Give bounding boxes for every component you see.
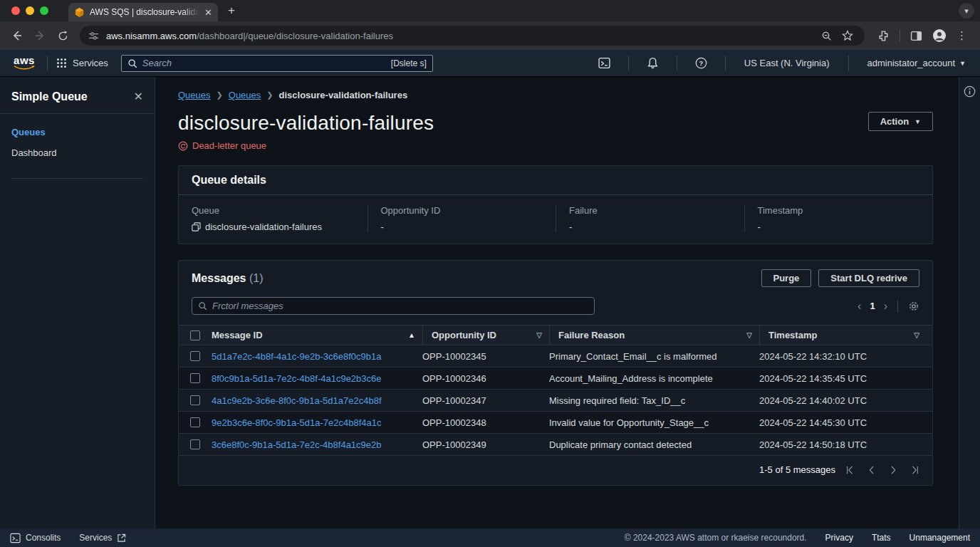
nav-divider	[628, 56, 629, 71]
url-bar[interactable]: aws.nisamm.aws.com/dashboard|/queue/disc…	[80, 26, 865, 46]
info-panel-strip	[959, 77, 980, 528]
help-icon[interactable]: ?	[686, 57, 716, 69]
message-id-link[interactable]: 8f0c9b1a-5d1a-7e2c-4b8f-4a1c9e2b3c6e	[212, 373, 422, 384]
services-grid-icon	[56, 58, 67, 68]
back-button[interactable]	[7, 26, 27, 46]
zoom-icon[interactable]	[821, 31, 832, 41]
page-prev-icon[interactable]: ‹	[858, 300, 861, 313]
reload-button[interactable]	[53, 26, 73, 46]
site-settings-icon[interactable]	[88, 31, 99, 41]
column-opportunity-id[interactable]: Opportunity ID▽	[422, 325, 549, 345]
message-id-link[interactable]: 4a1c9e2b-3c6e-8f0c-9b1a-5d1a7e2c4b8f	[212, 395, 422, 406]
next-page-icon[interactable]	[888, 465, 898, 475]
aws-footer: Consolits Services © 2024-2023 AWS attom…	[0, 528, 980, 547]
settings-gear-icon[interactable]	[908, 301, 919, 312]
purge-button[interactable]: Purge	[761, 269, 812, 287]
svg-text:?: ?	[699, 59, 703, 67]
account-menu[interactable]: administator_account ▼	[858, 58, 971, 68]
footer-link-ttats[interactable]: Ttats	[872, 533, 891, 543]
profile-avatar[interactable]	[932, 28, 947, 43]
side-panel-icon[interactable]	[910, 30, 922, 42]
failure-reason-cell: Primary_Contact_Email__c is malformed	[549, 351, 759, 362]
last-page-icon[interactable]	[909, 465, 919, 475]
browser-tabstrip: AWS SQS | disclosure-validatio ✕ + ▾	[0, 0, 980, 21]
aws-sqs-favicon	[74, 7, 85, 18]
footer-link-privacy[interactable]: Privacy	[825, 533, 853, 543]
row-checkbox[interactable]	[190, 395, 200, 405]
info-icon[interactable]	[964, 85, 976, 98]
chevron-down-icon: ▼	[914, 118, 921, 125]
tab-close-icon[interactable]: ✕	[204, 8, 212, 17]
dead-letter-icon	[178, 141, 188, 151]
prev-page-icon[interactable]	[867, 465, 877, 475]
message-id-link[interactable]: 9e2b3c6e-8f0c-9b1a-5d1a-7e2c4b8f4a1c	[212, 417, 422, 428]
aws-search-box[interactable]: [Dslete s]	[121, 55, 433, 72]
column-failure-reason[interactable]: Failure Reason▽	[549, 325, 759, 345]
browser-tab[interactable]: AWS SQS | disclosure-validatio ✕	[68, 3, 218, 21]
pager-divider	[897, 300, 898, 313]
minimize-window-button[interactable]	[26, 6, 34, 15]
footer-link-unmanagement[interactable]: Unmanagement	[909, 533, 970, 543]
bookmark-star-icon[interactable]	[842, 30, 853, 41]
opportunity-id-cell: OPP-10002345	[422, 351, 549, 362]
new-tab-button[interactable]: +	[228, 4, 235, 18]
region-selector[interactable]: US East (N. Virginia)	[734, 58, 840, 68]
table-row: 8f0c9b1a-5d1a-7e2c-4b8f-4a1c9e2b3c6e OPP…	[179, 367, 932, 389]
breadcrumb-queues-link-2[interactable]: Queues	[229, 90, 261, 100]
first-page-icon[interactable]	[845, 465, 855, 475]
opportunity-id-cell: OPP-10002347	[422, 395, 549, 406]
footer-console-toggle[interactable]: Consolits	[10, 533, 61, 543]
table-row: 9e2b3c6e-8f0c-9b1a-5d1a-7e2c4b8f4a1c OPP…	[179, 411, 932, 433]
filter-messages-input[interactable]	[212, 301, 588, 311]
toolbar-divider	[900, 29, 900, 42]
zoom-window-button[interactable]	[40, 6, 48, 15]
copy-icon[interactable]	[192, 222, 201, 231]
column-timestamp[interactable]: Timestamp▽	[759, 325, 927, 345]
sidebar-item-queues[interactable]: Queues	[11, 127, 143, 137]
column-message-id[interactable]: Message ID▲	[212, 330, 422, 340]
start-dlq-redrive-button[interactable]: Start DLQ redrive	[818, 269, 919, 287]
breadcrumb-current: disclosure-validation-failures	[279, 90, 408, 100]
message-id-link[interactable]: 3c6e8f0c-9b1a-5d1a-7e2c-4b8f4a1c9e2b	[212, 439, 422, 450]
row-checkbox[interactable]	[190, 373, 200, 383]
external-link-icon	[117, 533, 126, 543]
row-checkbox[interactable]	[190, 351, 200, 361]
sidebar-close-icon[interactable]: ✕	[134, 90, 143, 103]
breadcrumb-queues-link[interactable]: Queues	[178, 90, 211, 100]
browser-toolbar: aws.nisamm.aws.com/dashboard|/queue/disc…	[0, 21, 980, 50]
timestamp-cell: 2024-05-22 14:50:18 UTC	[759, 439, 927, 450]
row-checkbox[interactable]	[190, 417, 200, 427]
page-number[interactable]: 1	[870, 301, 875, 311]
tab-title: AWS SQS | disclosure-validatio	[90, 7, 199, 17]
tab-search-chevron-icon[interactable]: ▾	[959, 3, 974, 19]
search-shortcut-hint: [Dslete s]	[391, 58, 427, 68]
failure-reason-cell: Duplicate primary contact detected	[549, 439, 759, 450]
forward-button[interactable]	[30, 26, 50, 46]
filter-icon[interactable]: ▽	[536, 331, 549, 339]
pagination-summary: 1-5 of 5 messages	[759, 464, 835, 475]
close-window-button[interactable]	[11, 6, 20, 15]
filter-icon[interactable]: ▽	[746, 331, 759, 339]
messages-panel: Messages (1) Purge Start DLQ redrive ‹ 1…	[178, 260, 933, 486]
action-button[interactable]: Action▼	[868, 112, 933, 131]
services-menu[interactable]: Services	[56, 58, 108, 68]
select-all-checkbox[interactable]	[190, 330, 200, 340]
sidebar-item-dashboard[interactable]: Dashboard	[11, 147, 143, 158]
extensions-icon[interactable]	[877, 30, 890, 42]
queue-details-title: Queue details	[192, 174, 266, 186]
page-next-icon[interactable]: ›	[884, 300, 887, 313]
table-row: 3c6e8f0c-9b1a-5d1a-7e2c-4b8f4a1c9e2b OPP…	[179, 433, 932, 455]
window-controls[interactable]	[0, 6, 58, 15]
browser-menu-icon[interactable]: ⋮	[956, 29, 967, 42]
sort-asc-icon[interactable]: ▲	[408, 331, 422, 339]
notifications-bell-icon[interactable]	[637, 57, 668, 69]
aws-logo[interactable]: aws	[10, 56, 38, 71]
filter-messages-box[interactable]	[192, 297, 595, 315]
message-id-link[interactable]: 5d1a7e2c-4b8f-4a1c-9e2b-3c6e8f0c9b1a	[212, 351, 422, 362]
cloudshell-icon[interactable]	[589, 57, 620, 69]
messages-count: (1)	[249, 272, 264, 284]
aws-search-input[interactable]	[142, 58, 386, 68]
footer-services-link[interactable]: Services	[79, 533, 126, 543]
filter-icon[interactable]: ▽	[914, 331, 927, 339]
row-checkbox[interactable]	[190, 439, 200, 449]
